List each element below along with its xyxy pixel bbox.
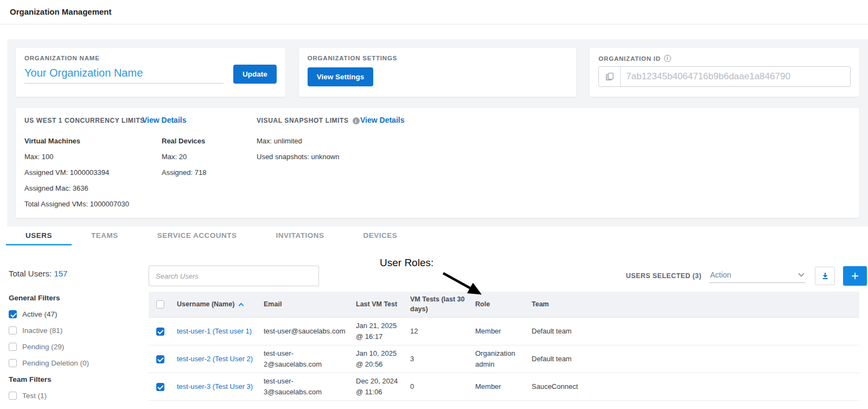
checkbox-checked[interactable] — [9, 310, 17, 318]
users-selected-label: USERS SELECTED (3) — [626, 272, 701, 280]
user-role: Organization admin — [475, 348, 532, 370]
vm-total-assigned: Total Assigned VMs: 1000007030 — [24, 200, 162, 208]
user-role: Member — [475, 326, 532, 337]
filter-pending-deletion[interactable]: Pending Deletion (0) — [9, 359, 149, 367]
sort-asc-icon — [239, 303, 244, 308]
col-role: Role — [475, 300, 532, 310]
col-last-vm-test: Last VM Test — [356, 300, 410, 310]
users-main: USERS SELECTED (3) Action + Userna — [149, 246, 859, 409]
visual-view-details-link[interactable]: View Details — [360, 116, 404, 124]
page-title: Organization Management — [10, 7, 858, 16]
tab-users[interactable]: USERS — [6, 226, 72, 246]
organization-panel: ORGANIZATION NAME Update ORGANIZATION SE… — [7, 39, 868, 226]
col-team: Team — [532, 300, 859, 310]
filter-active[interactable]: Active (47) — [9, 310, 149, 318]
filter-pending[interactable]: Pending (29) — [9, 343, 149, 351]
download-icon — [821, 272, 829, 280]
table-row: test-user-3 (Test User 3) test-user-3@sa… — [149, 373, 859, 401]
virtual-machines-column: Virtual Machines Max: 100 Assigned VM: 1… — [24, 137, 162, 216]
organization-id-card: ORGANIZATION ID i — [590, 48, 859, 97]
user-team: SauceConnect — [532, 381, 859, 392]
filters-sidebar: Total Users: 157 General Filters Active … — [9, 246, 149, 409]
select-all-checkbox[interactable] — [156, 300, 164, 309]
filter-team-test[interactable]: Test (1) — [9, 392, 149, 400]
organization-settings-label: ORGANIZATION SETTINGS — [308, 55, 568, 61]
rd-max: Max: 20 — [162, 153, 257, 161]
row-checkbox-checked[interactable] — [156, 355, 164, 363]
user-vm-tests: 3 — [410, 354, 475, 364]
view-settings-button[interactable]: View Settings — [308, 67, 374, 86]
visual-snapshot-column: Max: unlimited Used snapshots: unknown — [257, 137, 851, 216]
copy-icon[interactable] — [599, 67, 621, 86]
tab-devices[interactable]: DEVICES — [344, 226, 417, 246]
user-email: test-user-3@saucelabs.com — [264, 376, 356, 398]
concurrency-view-details-link[interactable]: View Details — [142, 116, 186, 124]
tab-service-accounts[interactable]: SERVICE ACCOUNTS — [138, 226, 257, 246]
checkbox-unchecked[interactable] — [9, 326, 17, 335]
organization-name-label: ORGANIZATION NAME — [24, 55, 277, 61]
col-username[interactable]: Username (Name) — [177, 300, 264, 310]
user-vm-tests: 12 — [410, 326, 475, 337]
col-vm-tests: VM Tests (last 30 days) — [410, 295, 475, 314]
user-team: Default team — [532, 354, 859, 364]
user-team: Default team — [532, 326, 859, 337]
user-link[interactable]: test-user-2 (Test User 2) — [177, 355, 253, 363]
table-row: test-user-2 (Test User 2) test-user-2@sa… — [149, 345, 859, 373]
user-link[interactable]: test-user-3 (Test User 3) — [177, 382, 253, 391]
row-checkbox-checked[interactable] — [156, 383, 164, 391]
tab-invitations[interactable]: INVITATIONS — [257, 226, 344, 246]
checkbox-unchecked[interactable] — [9, 343, 17, 351]
organization-id-box — [598, 66, 851, 87]
user-email: test-user@saucelabs.com — [264, 326, 356, 337]
info-icon[interactable]: i — [664, 55, 671, 62]
vm-assigned: Assigned VM: 1000003394 — [24, 168, 162, 177]
add-user-button[interactable]: + — [843, 266, 867, 286]
organization-id-label: ORGANIZATION ID — [598, 55, 661, 62]
update-button[interactable]: Update — [233, 65, 277, 84]
vs-used: Used snapshots: unknown — [257, 153, 851, 161]
tab-teams[interactable]: TEAMS — [72, 226, 138, 246]
user-last-vm-test: Dec 20, 2024 @ 11:06 — [356, 376, 410, 398]
page-header: Organization Management — [0, 0, 868, 24]
download-users-button[interactable] — [815, 267, 835, 285]
filter-inactive[interactable]: Inactive (81) — [9, 326, 149, 335]
vm-assigned-mac: Assigned Mac: 3636 — [24, 184, 162, 192]
total-users: Total Users: 157 — [9, 269, 149, 278]
general-filters-title: General Filters — [9, 294, 149, 302]
visual-snapshot-limits-title: VISUAL SNAPSHOT LIMITS i — [257, 117, 360, 124]
user-link[interactable]: test-user-1 (Test user 1) — [177, 327, 252, 335]
action-dropdown[interactable]: Action — [709, 269, 806, 283]
user-role: Member — [475, 381, 532, 392]
users-table: Username (Name) Email Last VM Test VM Te… — [149, 292, 859, 401]
info-icon[interactable]: i — [353, 117, 360, 124]
tab-bar: USERS TEAMS SERVICE ACCOUNTS INVITATIONS… — [0, 226, 868, 246]
vm-max: Max: 100 — [24, 153, 162, 161]
organization-settings-card: ORGANIZATION SETTINGS View Settings — [299, 48, 577, 97]
users-toolbar: USERS SELECTED (3) Action + — [149, 265, 859, 287]
user-last-vm-test: Jan 21, 2025 @ 16:17 — [356, 320, 410, 342]
real-devices-column: Real Devices Max: 20 Assigned: 718 — [162, 137, 257, 216]
users-tab-content: Total Users: 157 General Filters Active … — [0, 246, 868, 409]
real-devices-title: Real Devices — [162, 137, 257, 145]
total-users-count[interactable]: 157 — [54, 269, 67, 278]
vs-max: Max: unlimited — [257, 137, 851, 145]
limits-card: US WEST 1 CONCURRENCY LIMITS View Detail… — [16, 108, 859, 218]
rd-assigned: Assigned: 718 — [162, 168, 257, 177]
user-vm-tests: 0 — [410, 381, 475, 392]
col-email: Email — [264, 300, 356, 310]
organization-name-input[interactable] — [24, 66, 224, 84]
organization-name-card: ORGANIZATION NAME Update — [16, 48, 285, 97]
concurrency-limits-title: US WEST 1 CONCURRENCY LIMITS — [24, 117, 145, 124]
row-checkbox-checked[interactable] — [156, 328, 164, 336]
search-input[interactable] — [149, 266, 319, 286]
plus-icon: + — [851, 268, 859, 283]
team-filters-title: Team Filters — [9, 375, 149, 383]
checkbox-unchecked[interactable] — [9, 392, 17, 400]
checkbox-unchecked[interactable] — [9, 359, 17, 367]
organization-id-value[interactable] — [621, 67, 850, 86]
virtual-machines-title: Virtual Machines — [24, 137, 162, 145]
user-email: test-user-2@saucelabs.com — [264, 348, 356, 370]
chevron-down-icon — [798, 270, 804, 276]
table-row: test-user-1 (Test user 1) test-user@sauc… — [149, 318, 859, 345]
user-last-vm-test: Jan 10, 2025 @ 20:56 — [356, 348, 410, 370]
